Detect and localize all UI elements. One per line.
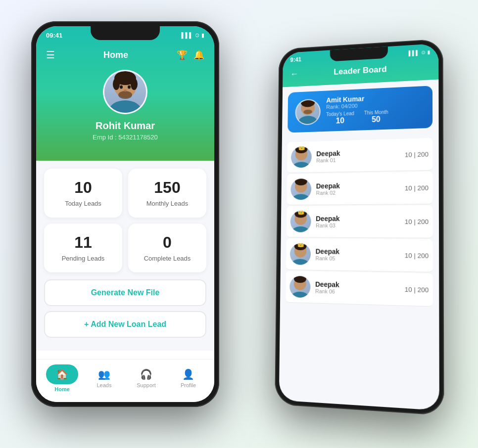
leader-item-2: Deepak Rank 02 10 | 200 [287,172,433,205]
svg-point-9 [298,115,318,124]
crown-4: 👑 [296,243,304,247]
signal-icon: ▌▌▌ [182,32,193,38]
leader-rank-3: Rank 03 [316,223,400,228]
leader-avatar-1: 👑 [291,146,312,168]
nav-profile[interactable]: 👤 Profile [167,368,209,388]
nav-home[interactable]: 🏠 Home [41,364,83,392]
leader-rank-4: Rank 05 [315,255,399,262]
svg-point-6 [120,86,123,89]
leader-avatar-5 [289,276,310,298]
complete-leads-label: Complete Leads [144,255,191,262]
back-button[interactable]: ← [290,69,298,80]
svg-point-16 [292,194,309,200]
top-performer-avatar: 👑 [295,98,321,125]
phone1-notch [91,26,160,40]
leaderboard-list: 👑 Deepak Rank 01 10 | 200 [280,134,439,312]
nav-home-label: Home [54,386,70,392]
phone2-status-icons: ▌▌▌ ⊙ ▮ [409,49,430,56]
svg-point-5 [118,91,132,99]
today-leads-label: Today Leads [65,200,101,207]
home-icon: 🏠 [56,369,68,380]
leader-score-5: 10 | 200 [405,285,429,294]
month-stat: This Month 50 [364,109,388,124]
leader-name-3: Deepak [316,215,400,223]
phone1-header: ☰ Home 🏆 🔔 [36,26,214,161]
top-performer-info: Amit Kumar Rank: 04/200 Today's Lead 10 … [326,92,425,126]
phone2-screen: 9:41 ▌▌▌ ⊙ ▮ ← Leader Board [279,44,439,411]
leader-name-4: Deepak [316,247,400,256]
svg-point-25 [291,291,309,298]
phone1-screen: 09:41 ▌▌▌ ⊙ ▮ ☰ Home 🏆 🔔 [36,26,214,402]
top-performer-stats: Today's Lead 10 This Month 50 [326,108,425,126]
phone1-content: 10 Today Leads 150 Monthly Leads 11 Pend… [36,161,214,351]
leader-info-2: Deepak Rank 02 [316,181,400,196]
leader-avatar-2 [290,179,311,200]
svg-point-3 [113,78,120,90]
today-leads-number: 10 [52,179,114,197]
stats-grid: 10 Today Leads 150 Monthly Leads 11 Pend… [44,169,206,272]
today-stat-value: 10 [326,116,354,126]
leader-info-4: Deepak Rank 05 [315,247,399,262]
battery-icon: ▮ [201,32,204,39]
nav-leads[interactable]: 👥 Leads [83,368,125,388]
leader-score-4: 10 | 200 [405,252,429,260]
leader-rank-5: Rank 06 [315,288,400,296]
crown-3: 👑 [297,211,305,215]
leader-svg-5 [289,276,310,298]
leader-svg-2 [290,179,311,200]
pending-leads-card: 11 Pending Leads [44,224,122,272]
leader-item-5: Deepak Rank 06 10 | 200 [286,271,432,307]
pending-leads-number: 11 [52,233,114,252]
nav-profile-label: Profile [181,382,196,388]
leads-icon: 👥 [98,368,110,380]
header-actions: 🏆 🔔 [177,49,204,60]
leader-rank-2: Rank 02 [316,189,400,196]
phone2-time: 9:41 [290,56,301,64]
leaderboard-icon[interactable]: 🏆 [177,49,188,60]
svg-point-7 [128,86,131,89]
user-id: Emp Id : 54321178520 [93,134,158,141]
phone2-wifi-icon: ⊙ [421,49,425,55]
user-name: Rohit Kumar [96,120,155,132]
phone2-battery-icon: ▮ [428,49,430,54]
generate-file-button[interactable]: Generate New File [44,279,206,306]
phone2-signal-icon: ▌▌▌ [409,50,420,56]
today-leads-card: 10 Today Leads [44,169,122,218]
avatar-placeholder [104,71,146,113]
leader-info-1: Deepak Rank 01 [316,148,400,164]
home-title: Home [103,50,128,60]
leader-score-3: 10 | 200 [405,218,429,225]
svg-point-13 [293,162,310,168]
leader-item-3: 👑 Deepak Rank 03 10 | 200 [287,205,433,238]
complete-leads-card: 0 Complete Leads [128,224,206,272]
leader-avatar-4: 👑 [290,243,311,265]
phones-container: 09:41 ▌▌▌ ⊙ ▮ ☰ Home 🏆 🔔 [16,11,462,437]
notification-icon[interactable]: 🔔 [193,49,204,60]
svg-point-19 [292,226,309,232]
phone1: 09:41 ▌▌▌ ⊙ ▮ ☰ Home 🏆 🔔 [31,21,219,407]
nav-support-label: Support [137,382,156,388]
today-stat: Today's Lead 10 [326,111,354,126]
leader-avatar-3: 👑 [290,211,311,232]
nav-leads-label: Leads [97,382,112,388]
leader-score-2: 10 | 200 [405,184,429,192]
add-loan-button[interactable]: + Add New Loan Lead [44,311,206,338]
month-stat-value: 50 [364,115,388,125]
leader-item-4: 👑 Deepak Rank 05 10 | 200 [286,238,432,272]
avatar-svg [105,71,145,113]
leader-info-3: Deepak Rank 03 [316,215,400,228]
leader-score-1: 10 | 200 [405,150,429,158]
pending-leads-label: Pending Leads [62,255,105,262]
nav-support[interactable]: 🎧 Support [125,368,167,388]
svg-point-0 [109,100,141,113]
top-performer-card: 👑 Amit Kumar Rank: 04/200 Today's Lead 1… [287,86,432,133]
menu-icon[interactable]: ☰ [46,49,55,61]
svg-point-22 [292,259,309,265]
wifi-icon: ⊙ [195,32,199,39]
phone1-time: 09:41 [46,32,62,39]
monthly-leads-card: 150 Monthly Leads [128,169,206,218]
svg-point-8 [124,90,127,91]
profile-icon: 👤 [182,368,194,380]
crown-1: 👑 [297,146,305,151]
phone1-status-icons: ▌▌▌ ⊙ ▮ [182,32,204,39]
